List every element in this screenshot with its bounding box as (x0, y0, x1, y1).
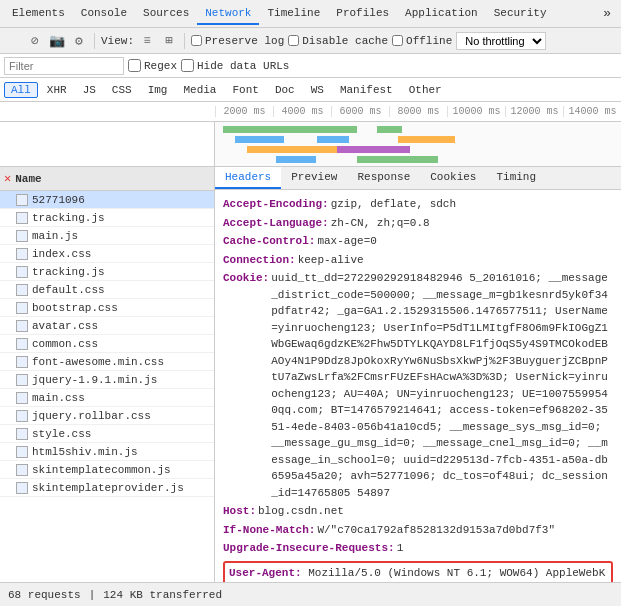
file-name: skintemplatecommon.js (32, 464, 171, 476)
request-count: 68 requests (8, 589, 81, 601)
type-filter-js[interactable]: JS (76, 82, 103, 98)
list-item[interactable]: avatar.css (0, 317, 214, 335)
list-item[interactable]: bootstrap.css (0, 299, 214, 317)
type-filter-ws[interactable]: WS (304, 82, 331, 98)
list-item[interactable]: style.css (0, 425, 214, 443)
view-list-button[interactable]: ≡ (138, 32, 156, 50)
detail-tab-cookies[interactable]: Cookies (420, 167, 486, 189)
header-row: Host: blog.csdn.net (223, 503, 613, 520)
list-item[interactable]: main.js (0, 227, 214, 245)
offline-label[interactable]: Offline (392, 35, 452, 47)
file-name: 52771096 (32, 194, 85, 206)
file-name: jquery.rollbar.css (32, 410, 151, 422)
header-row: Upgrade-Insecure-Requests: 1 (223, 540, 613, 557)
header-row: Accept-Encoding: gzip, deflate, sdch (223, 196, 613, 213)
list-item[interactable]: skintemplateprovider.js (0, 479, 214, 497)
list-item[interactable]: tracking.js (0, 263, 214, 281)
detail-panel: HeadersPreviewResponseCookiesTiming Acce… (215, 167, 621, 582)
disable-cache-label[interactable]: Disable cache (288, 35, 388, 47)
type-filter-xhr[interactable]: XHR (40, 82, 74, 98)
header-row: Accept-Language: zh-CN, zh;q=0.8 (223, 215, 613, 232)
list-item[interactable]: default.css (0, 281, 214, 299)
timeline-bar (377, 126, 401, 133)
timeline-header: 2000 ms4000 ms6000 ms8000 ms10000 ms1200… (0, 102, 621, 122)
timeline-left (0, 122, 215, 166)
tab-elements[interactable]: Elements (4, 3, 73, 25)
tab-sources[interactable]: Sources (135, 3, 197, 25)
preserve-log-label[interactable]: Preserve log (191, 35, 284, 47)
list-item[interactable]: jquery-1.9.1.min.js (0, 371, 214, 389)
main-area: ✕ Name 52771096tracking.jsmain.jsindex.c… (0, 167, 621, 582)
tab-console[interactable]: Console (73, 3, 135, 25)
file-name: style.css (32, 428, 91, 440)
header-row: Cookie: uuid_tt_dd=272290292918482946 5_… (223, 270, 613, 501)
timeline-bar (223, 126, 296, 133)
file-name: avatar.css (32, 320, 98, 332)
regex-checkbox[interactable] (128, 59, 141, 72)
tab-security[interactable]: Security (486, 3, 555, 25)
type-filter-all[interactable]: All (4, 82, 38, 98)
more-tabs-button[interactable]: » (597, 4, 617, 23)
type-filter-img[interactable]: Img (141, 82, 175, 98)
disable-cache-checkbox[interactable] (288, 35, 299, 46)
tab-timeline[interactable]: Timeline (259, 3, 328, 25)
file-name: bootstrap.css (32, 302, 118, 314)
header-row: User-Agent: Mozilla/5.0 (Windows NT 6.1;… (223, 561, 613, 583)
header-key: Cache-Control: (223, 233, 315, 250)
filter-input[interactable] (4, 57, 124, 75)
file-icon (16, 338, 28, 350)
type-filter-row: AllXHRJSCSSImgMediaFontDocWSManifestOthe… (0, 78, 621, 102)
detail-tab-timing[interactable]: Timing (486, 167, 546, 189)
view-large-button[interactable]: ⊞ (160, 32, 178, 50)
header-key: Host: (223, 503, 256, 520)
header-value: zh-CN, zh;q=0.8 (331, 215, 613, 232)
file-icon (16, 392, 28, 404)
list-item[interactable]: skintemplatecommon.js (0, 461, 214, 479)
timeline-bar (337, 146, 410, 153)
regex-label[interactable]: Regex (128, 59, 177, 72)
tab-application[interactable]: Application (397, 3, 486, 25)
type-filter-other[interactable]: Other (402, 82, 449, 98)
file-icon (16, 194, 28, 206)
header-key: User-Agent: (229, 567, 308, 579)
type-filter-css[interactable]: CSS (105, 82, 139, 98)
list-item[interactable]: main.css (0, 389, 214, 407)
tab-profiles[interactable]: Profiles (328, 3, 397, 25)
record-button[interactable] (4, 32, 22, 50)
list-item[interactable]: tracking.js (0, 209, 214, 227)
throttle-select[interactable]: No throttling (456, 32, 546, 50)
type-filter-doc[interactable]: Doc (268, 82, 302, 98)
header-key: Accept-Language: (223, 215, 329, 232)
list-item[interactable]: common.css (0, 335, 214, 353)
header-value: gzip, deflate, sdch (331, 196, 613, 213)
detail-tab-preview[interactable]: Preview (281, 167, 347, 189)
clear-button[interactable]: ⊘ (26, 32, 44, 50)
detail-tab-response[interactable]: Response (347, 167, 420, 189)
file-icon (16, 464, 28, 476)
list-item[interactable]: font-awesome.min.css (0, 353, 214, 371)
preserve-log-checkbox[interactable] (191, 35, 202, 46)
hide-data-urls-label[interactable]: Hide data URLs (181, 59, 289, 72)
name-column-label: Name (15, 173, 41, 185)
timeline-mark: 2000 ms (215, 106, 273, 117)
detail-tab-headers[interactable]: Headers (215, 167, 281, 189)
header-key: Connection: (223, 252, 296, 269)
list-item[interactable]: index.css (0, 245, 214, 263)
filter-button[interactable]: ⚙ (70, 32, 88, 50)
type-filter-media[interactable]: Media (176, 82, 223, 98)
list-item[interactable]: html5shiv.min.js (0, 443, 214, 461)
offline-checkbox[interactable] (392, 35, 403, 46)
list-item[interactable]: 52771096 (0, 191, 214, 209)
status-bar: 68 requests | 124 KB transferred (0, 582, 621, 606)
tab-network[interactable]: Network (197, 3, 259, 25)
close-icon[interactable]: ✕ (4, 171, 11, 186)
header-value: blog.csdn.net (258, 503, 613, 520)
file-name: common.css (32, 338, 98, 350)
type-filter-font[interactable]: Font (225, 82, 265, 98)
timeline-bar (235, 136, 284, 143)
timeline-bars (0, 122, 621, 167)
list-item[interactable]: jquery.rollbar.css (0, 407, 214, 425)
hide-data-urls-checkbox[interactable] (181, 59, 194, 72)
camera-button[interactable]: 📷 (48, 32, 66, 50)
type-filter-manifest[interactable]: Manifest (333, 82, 400, 98)
